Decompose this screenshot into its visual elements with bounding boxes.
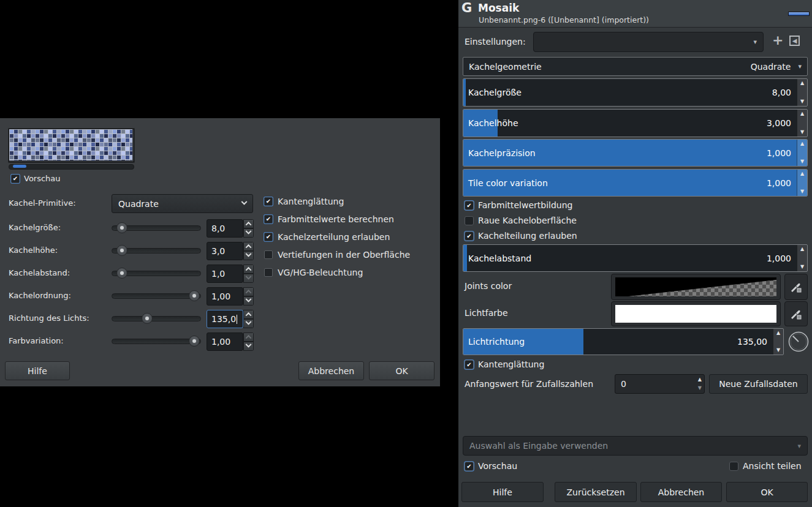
manage-presets-button[interactable]: ◀: [789, 36, 800, 46]
gimp-logo-icon: G: [461, 1, 472, 15]
tile-height-spin-arrows[interactable]: [243, 242, 254, 260]
spin-arrows[interactable]: ▲▼: [797, 79, 807, 106]
spin-up-button[interactable]: [243, 287, 254, 296]
tile-geometry-dropdown[interactable]: Kachelgeometrie Quadrate ▾: [463, 57, 808, 76]
slider-handle[interactable]: [116, 245, 127, 256]
preview-checkbox[interactable]: ✔: [465, 462, 474, 471]
tile-size-spin-arrows[interactable]: [243, 219, 254, 238]
rough-tile-surface-checkbox[interactable]: ✔: [465, 216, 474, 225]
tile-neatness-spin-arrows[interactable]: [243, 287, 254, 306]
antialiasing-checkbox[interactable]: ✔: [264, 197, 273, 206]
check-icon: ✔: [466, 362, 471, 368]
spin-up-button[interactable]: [243, 332, 254, 342]
preview-scrollbar[interactable]: [9, 164, 134, 170]
dialog-subtitle: Unbenannt.png-6 ([Unbenannt] (importiert…: [479, 15, 649, 24]
spin-down-button[interactable]: [243, 296, 254, 306]
slider-handle[interactable]: [189, 336, 200, 347]
ok-button[interactable]: OK: [726, 482, 808, 502]
tile-spacing-slider[interactable]: [112, 271, 201, 276]
angle-dial[interactable]: [787, 331, 810, 355]
settings-dropdown[interactable]: ▾: [533, 32, 764, 52]
spin-down-button[interactable]: [243, 319, 254, 328]
slider-label: Kachelpräzision: [468, 148, 536, 158]
spin-down-button[interactable]: [243, 228, 254, 238]
new-seed-button[interactable]: Neue Zufallsdaten: [709, 374, 808, 394]
tile-neatness-value: 1,00: [211, 291, 230, 301]
reset-button[interactable]: Zurücksetzen: [555, 482, 637, 502]
allow-tile-splitting-checkbox[interactable]: ✔: [465, 231, 474, 241]
fg-bg-lighting-checkbox[interactable]: ✔: [264, 268, 273, 277]
spin-arrows[interactable]: ▲▼: [797, 245, 807, 271]
antialiasing-checkbox[interactable]: ✔: [465, 360, 474, 369]
tile-neatness-spinbox[interactable]: 1,00: [207, 287, 243, 306]
spin-up-button[interactable]: [243, 265, 254, 274]
color-variation-slider[interactable]: [112, 339, 201, 344]
spin-up-icon: [246, 244, 252, 250]
slider-handle[interactable]: [116, 222, 127, 233]
collapsed-window-bar[interactable]: [788, 12, 810, 16]
light-direction-spinscale[interactable]: Lichtrichtung 135,00 ▲▼: [463, 328, 784, 355]
tile-spacing-spinscale[interactable]: Kachelabstand 1,000 ▲▼: [463, 244, 808, 272]
preview-scrollbar-thumb[interactable]: [13, 165, 26, 168]
input-source-dropdown[interactable]: Auswahl als Eingabe verwenden ▾: [463, 436, 808, 456]
tile-spacing-spin-arrows[interactable]: [243, 265, 254, 283]
joints-color-picker-button[interactable]: [784, 274, 808, 300]
light-direction-spinbox[interactable]: 135,0: [207, 310, 243, 328]
tile-neatness-slider[interactable]: [112, 293, 201, 299]
tile-height-spinscale[interactable]: Kachelhöhe 3,000 ▲▼: [463, 109, 808, 137]
spin-arrows[interactable]: ▲▼: [797, 170, 807, 196]
allow-splitting-checkbox[interactable]: ✔: [264, 233, 273, 241]
spin-down-icon: ▼: [800, 99, 804, 104]
spin-up-icon: ▲: [800, 247, 804, 252]
split-view-checkbox[interactable]: ✔: [729, 462, 738, 471]
tile-spacing-spinbox[interactable]: 1,0: [207, 265, 243, 283]
light-color-swatch[interactable]: [611, 301, 781, 326]
cancel-button[interactable]: Abbrechen: [298, 361, 364, 380]
spin-arrows[interactable]: ▲ ▼: [698, 375, 702, 393]
spin-arrows[interactable]: ▲▼: [797, 140, 807, 166]
help-button[interactable]: Hilfe: [461, 482, 544, 502]
slider-handle[interactable]: [142, 313, 153, 324]
preview-checkbox[interactable]: ✔: [11, 175, 20, 183]
joints-color-swatch[interactable]: [611, 274, 781, 300]
tile-size-spinscale[interactable]: Kachelgröße 8,00 ▲▼: [463, 78, 808, 107]
spin-down-icon: [246, 296, 252, 302]
tile-neatness-label: Kachelordnung:: [9, 291, 71, 300]
spin-down-button[interactable]: [243, 274, 254, 283]
pitted-surfaces-checkbox[interactable]: ✔: [264, 250, 273, 259]
slider-handle[interactable]: [116, 268, 127, 279]
color-averaging-checkbox[interactable]: ✔: [264, 215, 273, 223]
cancel-button[interactable]: Abbrechen: [640, 482, 722, 502]
slider-label: Kachelgröße: [468, 88, 522, 97]
tile-size-slider[interactable]: [112, 225, 201, 231]
tile-height-spinbox[interactable]: 3,0: [207, 242, 243, 260]
spin-down-icon: [246, 251, 252, 257]
spin-arrows[interactable]: ▲▼: [797, 110, 807, 137]
light-direction-slider[interactable]: [112, 316, 201, 321]
slider-value: 1,000: [767, 148, 791, 158]
eyedropper-icon: [790, 308, 802, 320]
color-averaging-checkbox[interactable]: ✔: [465, 201, 474, 210]
add-preset-button[interactable]: +: [772, 34, 783, 47]
spin-up-button[interactable]: [243, 242, 254, 251]
tile-neatness-spinscale[interactable]: Kachelpräzision 1,000 ▲▼: [463, 139, 808, 167]
slider-handle[interactable]: [189, 290, 200, 301]
light-direction-spin-arrows[interactable]: [243, 310, 254, 328]
spin-down-button[interactable]: [243, 342, 254, 351]
tile-height-slider[interactable]: [112, 248, 201, 254]
light-color-picker-button[interactable]: [784, 301, 808, 326]
spin-up-button[interactable]: [243, 310, 254, 319]
random-seed-value: 0: [621, 379, 626, 389]
spin-arrows[interactable]: ▲▼: [773, 329, 783, 355]
tile-primitives-dropdown[interactable]: Quadrate: [112, 194, 253, 213]
spin-up-button[interactable]: [243, 219, 254, 228]
eyedropper-icon: [790, 281, 802, 293]
color-variation-spin-arrows[interactable]: [243, 332, 254, 351]
help-button[interactable]: Hilfe: [5, 361, 70, 380]
tile-size-spinbox[interactable]: 8,0: [207, 219, 243, 238]
tile-color-variation-spinscale[interactable]: Tile color variation 1,000 ▲▼: [463, 169, 808, 197]
random-seed-spinbox[interactable]: 0 ▲ ▼: [615, 374, 705, 394]
spin-down-button[interactable]: [243, 251, 254, 260]
ok-button[interactable]: OK: [369, 361, 434, 380]
color-variation-spinbox[interactable]: 1,00: [207, 332, 243, 351]
